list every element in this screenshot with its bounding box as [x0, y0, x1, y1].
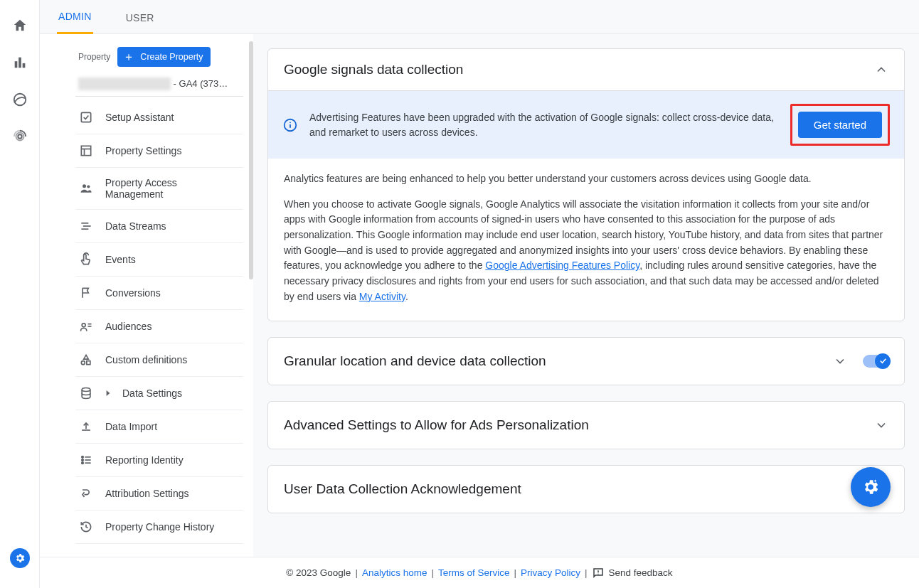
- tab-user[interactable]: USER: [124, 2, 156, 33]
- nav-item-property-settings[interactable]: Property Settings: [75, 134, 243, 168]
- property-label: Property: [78, 52, 110, 62]
- sep: |: [355, 567, 358, 578]
- svg-point-21: [82, 456, 84, 458]
- sep: |: [431, 567, 434, 578]
- history-icon: [78, 520, 94, 534]
- granular-title: Granular location and device data collec…: [284, 353, 546, 369]
- nav-item-label: Data Streams: [105, 220, 166, 232]
- content-area: Google signals data collection Advertisi…: [253, 34, 919, 557]
- nav-item-conversions[interactable]: Conversions: [75, 277, 243, 310]
- create-property-button[interactable]: ＋ Create Property: [117, 47, 210, 67]
- card-head-signals[interactable]: Google signals data collection: [268, 49, 904, 90]
- database-icon: [78, 386, 94, 400]
- card-head-advanced[interactable]: Advanced Settings to Allow for Ads Perso…: [268, 402, 904, 449]
- nav-item-label: Data Settings: [122, 387, 182, 399]
- explore-icon[interactable]: [11, 91, 28, 108]
- sep: |: [514, 567, 516, 578]
- check-box-icon: [78, 110, 94, 124]
- svg-point-11: [87, 185, 90, 188]
- nav-item-label: Events: [105, 254, 136, 265]
- svg-rect-19: [87, 360, 90, 364]
- feedback-label: Send feedback: [609, 567, 673, 578]
- nav-item-label: Property Access Management: [105, 177, 236, 200]
- nav-item-setup-assistant[interactable]: Setup Assistant: [75, 101, 243, 134]
- nav-item-audiences[interactable]: Audiences: [75, 310, 243, 343]
- svg-rect-0: [14, 61, 17, 68]
- nav-item-data-import[interactable]: Data Import: [75, 410, 243, 444]
- link-privacy[interactable]: Privacy Policy: [521, 567, 580, 578]
- toggle-knob: [875, 353, 891, 369]
- link-terms[interactable]: Terms of Service: [438, 567, 510, 578]
- feedback-icon: [592, 567, 605, 579]
- svg-point-23: [82, 462, 84, 464]
- home-icon[interactable]: [11, 17, 28, 34]
- layout-icon: [78, 144, 94, 158]
- caret-right-icon: [105, 390, 111, 397]
- audience-icon: [78, 319, 94, 333]
- nav-item-label: Property Change History: [105, 521, 214, 533]
- svg-point-15: [82, 324, 85, 327]
- property-suffix: - GA4 (373…: [171, 78, 228, 89]
- nav-item-property-access-management[interactable]: Property Access Management: [75, 168, 243, 210]
- info-icon: [282, 117, 298, 133]
- signals-p2: When you choose to activate Google signa…: [284, 197, 888, 305]
- nav-item-events[interactable]: Events: [75, 243, 243, 277]
- get-started-button[interactable]: Get started: [798, 112, 882, 138]
- card-user-data-ack: User Data Collection Acknowledgement: [267, 465, 905, 513]
- card-head-granular[interactable]: Granular location and device data collec…: [268, 338, 904, 385]
- card-advanced-settings: Advanced Settings to Allow for Ads Perso…: [267, 401, 905, 449]
- tab-admin[interactable]: ADMIN: [57, 1, 93, 34]
- granular-toggle[interactable]: [863, 355, 888, 368]
- link-analytics-home[interactable]: Analytics home: [362, 567, 427, 578]
- svg-point-20: [82, 387, 90, 391]
- svg-point-22: [82, 459, 84, 461]
- card-head-ack[interactable]: User Data Collection Acknowledgement: [268, 466, 904, 513]
- nav-item-data-streams[interactable]: Data Streams: [75, 210, 243, 243]
- chevron-down-icon: [874, 418, 888, 432]
- nav-item-label: Reporting Identity: [105, 454, 184, 466]
- definitions-icon: [78, 353, 94, 367]
- nav-item-label: Audiences: [105, 321, 152, 332]
- svg-point-3: [14, 94, 26, 106]
- chevron-up-icon: [874, 63, 888, 77]
- assistant-fab[interactable]: [851, 467, 891, 507]
- sparkle-gear-icon: [861, 478, 880, 496]
- left-rail: [0, 0, 40, 588]
- attribution-icon: [78, 486, 94, 501]
- svg-point-18: [81, 360, 85, 364]
- signals-title: Google signals data collection: [284, 62, 463, 77]
- nav-item-data-settings[interactable]: Data Settings: [75, 377, 243, 410]
- nav-item-label: Custom definitions: [105, 354, 187, 365]
- streams-icon: [78, 219, 94, 233]
- banner-text: Advertising Features have been upgraded …: [309, 110, 779, 140]
- advertising-icon[interactable]: [11, 128, 28, 145]
- reports-icon[interactable]: [11, 54, 28, 71]
- property-selector[interactable]: - GA4 (373…: [75, 74, 243, 97]
- chevron-down-icon: [833, 354, 847, 368]
- cta-highlight: Get started: [790, 104, 890, 146]
- nav-item-property-change-history[interactable]: Property Change History: [75, 511, 243, 544]
- svg-point-29: [289, 122, 291, 123]
- nav-item-label: Conversions: [105, 287, 161, 299]
- upload-icon: [78, 419, 94, 434]
- link-ad-features-policy[interactable]: Google Advertising Features Policy: [485, 260, 639, 271]
- nav-item-label: Data Import: [105, 421, 157, 432]
- nav-item-label: Attribution Settings: [105, 488, 189, 499]
- identity-icon: [78, 453, 94, 467]
- signals-p1: Analytics features are being enhanced to…: [284, 171, 888, 187]
- nav-item-custom-definitions[interactable]: Custom definitions: [75, 343, 243, 377]
- rail-settings[interactable]: [10, 548, 30, 568]
- nav-item-attribution-settings[interactable]: Attribution Settings: [75, 477, 243, 511]
- link-my-activity[interactable]: My Activity: [359, 291, 405, 302]
- card-google-signals: Google signals data collection Advertisi…: [267, 48, 905, 321]
- people-icon: [78, 181, 94, 196]
- svg-point-31: [597, 573, 598, 574]
- admin-tabs: ADMIN USER: [40, 0, 919, 34]
- nav-item-label: Property Settings: [105, 145, 181, 156]
- create-property-label: Create Property: [140, 52, 203, 62]
- nav-item-reporting-identity[interactable]: Reporting Identity: [75, 444, 243, 477]
- card-granular-location: Granular location and device data collec…: [267, 337, 905, 385]
- flag-icon: [78, 286, 94, 300]
- svg-rect-2: [22, 63, 25, 68]
- send-feedback-button[interactable]: Send feedback: [592, 567, 673, 579]
